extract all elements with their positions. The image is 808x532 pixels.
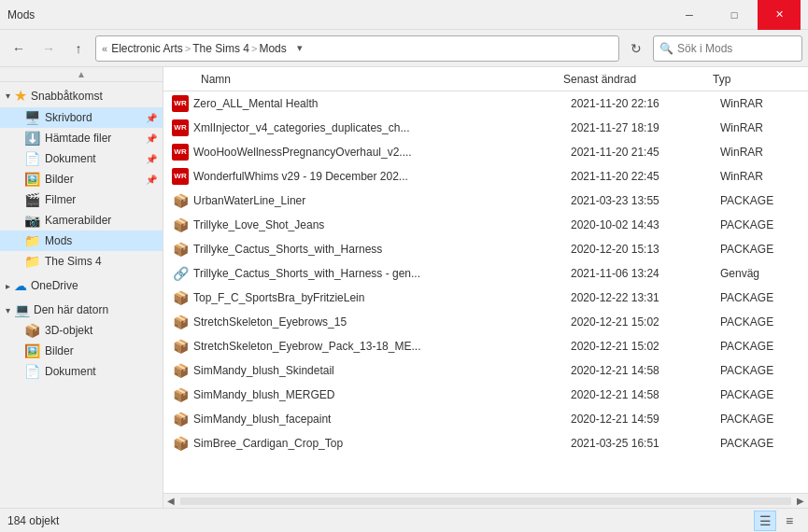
sidebar-scroll-up[interactable]: ▲ [0,67,163,82]
file-date-cell: 2020-12-21 14:58 [571,364,720,377]
sidebar-label-bilder1: Bilder [45,173,74,186]
view-detail-button[interactable]: ≡ [778,511,801,531]
sidebar-item-bilder2[interactable]: 🖼️ Bilder [0,341,163,361]
sidebar-item-kamerabilder[interactable]: 📷 Kamerabilder [0,210,163,231]
sidebar-label-dokument: Dokument [45,152,96,165]
package-icon: 📦 [173,290,189,305]
sidebar-item-thesims4[interactable]: 📁 The Sims 4 [0,251,163,272]
back-button[interactable]: ← [6,35,32,62]
table-row[interactable]: 📦 StretchSkeleton_Eyebrows_15 2020-12-21… [163,310,808,334]
hscroll-left-button[interactable]: ◀ [163,494,178,509]
title-bar: Mods ─ □ ✕ [0,0,808,30]
table-row[interactable]: 📦 Trillyke_Cactus_Shorts_with_Harness 20… [163,237,808,261]
package-icon: 📦 [173,339,189,354]
sidebar-item-dokument[interactable]: 📄 Dokument 📌 [0,148,163,169]
horizontal-scrollbar[interactable]: ◀ ▶ [163,493,808,508]
table-row[interactable]: 📦 Top_F_C_SportsBra_byFritzieLein 2020-1… [163,286,808,310]
pin-icon-3: 📌 [146,154,157,164]
address-dropdown-button[interactable]: ▾ [291,35,309,62]
table-row[interactable]: 📦 Trillyke_Love_Shot_Jeans 2020-10-02 14… [163,213,808,237]
sidebar-item-bilder1[interactable]: 🖼️ Bilder 📌 [0,169,163,189]
winrar-icon: WR [172,168,189,185]
sidebar-label-mods: Mods [45,234,72,247]
computer-expand-icon: ▾ [6,305,10,315]
onedrive-header[interactable]: ▸ ☁ OneDrive [0,275,163,296]
address-bar[interactable]: « Electronic Arts > The Sims 4 > Mods ▾ [95,35,619,62]
file-name-cell: WooHooWellnessPregnancyOverhaul_v2.... [193,146,571,159]
view-list-button[interactable]: ☰ [754,511,776,531]
refresh-button[interactable]: ↻ [623,35,649,62]
file-type-cell: PACKAGE [720,364,804,377]
table-row[interactable]: WR WonderfulWhims v29 - 19 December 202.… [163,164,808,189]
file-name-cell: Trillyke_Cactus_Shorts_with_Harness - ge… [193,267,571,280]
breadcrumb-part2[interactable]: The Sims 4 [192,42,249,55]
hamtade-icon: ⬇️ [24,131,40,146]
col-header-name[interactable]: Namn [193,73,556,86]
forward-button[interactable]: → [35,35,62,62]
table-row[interactable]: 📦 SimMandy_blush_MERGED 2020-12-21 14:58… [163,383,808,407]
search-input[interactable] [677,42,796,55]
file-type-cell: Genväg [720,267,804,280]
package-icon: 📦 [173,315,189,329]
maximize-button[interactable]: □ [713,0,756,30]
status-bar: 184 objekt ☰ ≡ [0,508,808,532]
file-type-cell: PACKAGE [720,340,804,353]
sidebar-item-dokument2[interactable]: 📄 Dokument [0,361,163,382]
breadcrumb-sep2: > [251,43,257,54]
file-name-cell: WonderfulWhims v29 - 19 December 202... [193,170,571,183]
table-row[interactable]: WR XmlInjector_v4_categories_duplicates_… [163,116,808,140]
file-name-cell: SimMandy_blush_MERGED [193,388,571,401]
hscroll-track[interactable] [180,497,791,505]
package-icon: 📦 [173,193,189,208]
minimize-button[interactable]: ─ [668,0,711,30]
sidebar-item-skrivbord[interactable]: 🖥️ Skrivbord 📌 [0,107,163,128]
skrivbord-icon: 🖥️ [24,110,40,125]
up-button[interactable]: ↑ [65,35,92,62]
shortcut-icon: 🔗 [173,266,189,281]
table-row[interactable]: 📦 SimMandy_blush_facepaint 2020-12-21 14… [163,407,808,431]
table-row[interactable]: 📦 SimMandy_blush_Skindetail 2020-12-21 1… [163,358,808,383]
table-row[interactable]: 📦 StretchSkeleton_Eyebrow_Pack_13-18_ME.… [163,334,808,358]
file-icon-cell: WR [167,168,193,185]
hscroll-right-button[interactable]: ▶ [793,494,808,509]
sidebar-item-mods[interactable]: 📁 Mods [0,231,163,251]
file-icon-cell: WR [167,95,193,112]
file-date-cell: 2020-12-21 15:02 [571,315,720,329]
sidebar-item-3dobjekt[interactable]: 📦 3D-objekt [0,320,163,341]
file-icon-cell: 📦 [167,339,193,354]
search-bar[interactable]: 🔍 [653,35,802,62]
file-type-cell: PACKAGE [720,194,804,207]
col-header-date[interactable]: Senast ändrad [556,73,705,86]
close-button[interactable]: ✕ [758,0,801,30]
table-row[interactable]: 📦 UrbanWaterLine_Liner 2021-03-23 13:55 … [163,189,808,213]
file-icon-cell: 📦 [167,217,193,232]
file-name-cell: SimMandy_blush_facepaint [193,413,571,426]
file-icon-cell: 📦 [167,242,193,257]
expand-icon: ▾ [6,91,10,101]
file-type-cell: PACKAGE [720,315,804,329]
3dobjekt-icon: 📦 [24,323,40,338]
computer-header[interactable]: ▾ 💻 Den här datorn [0,300,163,320]
sidebar-item-hamtade[interactable]: ⬇️ Hämtade filer 📌 [0,128,163,148]
address-chevron: « [102,43,107,54]
breadcrumb-sep1: > [185,43,191,54]
table-row[interactable]: WR WooHooWellnessPregnancyOverhaul_v2...… [163,140,808,164]
file-date-cell: 2020-12-21 14:58 [571,388,720,401]
quick-access-header[interactable]: ▾ ★ Snabbåtkomst [0,84,163,107]
file-icon-cell: WR [167,144,193,161]
title-bar-text: Mods [7,8,35,21]
file-icon-cell: 📦 [167,363,193,378]
file-name-cell: StretchSkeleton_Eyebrows_15 [193,315,571,329]
file-icon-cell: 📦 [167,436,193,451]
file-list[interactable]: WR Zero_ALL_Mental Health 2021-11-20 22:… [163,91,808,493]
table-row[interactable]: WR Zero_ALL_Mental Health 2021-11-20 22:… [163,91,808,116]
breadcrumb-part1[interactable]: Electronic Arts [111,42,183,55]
col-header-type[interactable]: Typ [705,73,789,86]
package-icon: 📦 [173,363,189,378]
breadcrumb-part3[interactable]: Mods [259,42,286,55]
sidebar-item-filmer[interactable]: 🎬 Filmer [0,189,163,210]
file-date-cell: 2021-11-06 13:24 [571,267,720,280]
quick-access-label: Snabbåtkomst [31,90,103,103]
table-row[interactable]: 🔗 Trillyke_Cactus_Shorts_with_Harness - … [163,261,808,286]
table-row[interactable]: 📦 SimBree_Cardigan_Crop_Top 2021-03-25 1… [163,431,808,455]
